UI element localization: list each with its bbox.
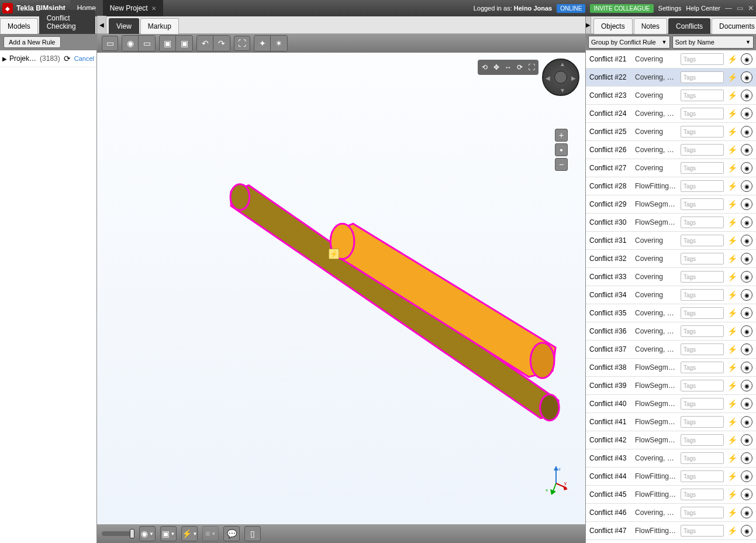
expand-icon[interactable]: ▶: [2, 56, 7, 62]
tags-input[interactable]: Tags: [681, 289, 724, 301]
bolt-icon[interactable]: ⚡: [727, 73, 737, 82]
conflict-row[interactable]: Conflict #31CoveringTags⚡◉: [586, 232, 756, 250]
conflict-row[interactable]: Conflict #44FlowFitting, FlowS...Tags⚡◉: [586, 468, 756, 486]
comment-button[interactable]: 💬: [223, 526, 240, 541]
tab-notes[interactable]: Notes: [634, 18, 667, 34]
tags-input[interactable]: Tags: [681, 307, 724, 319]
tags-input[interactable]: Tags: [681, 126, 724, 138]
snap-icon[interactable]: ✶: [271, 36, 287, 51]
settings-link[interactable]: Settings: [658, 5, 682, 12]
invite-colleague-button[interactable]: INVITE COLLEAGUE: [590, 4, 653, 13]
tags-input[interactable]: Tags: [681, 398, 724, 410]
view-orbit-icon[interactable]: ◉: [122, 36, 139, 51]
cube-button[interactable]: ▣▼: [160, 526, 177, 541]
tags-input[interactable]: Tags: [681, 362, 724, 373]
tags-input[interactable]: Tags: [681, 198, 724, 210]
sort-by-select[interactable]: Sort by Name ▼: [672, 36, 754, 49]
bolt-icon[interactable]: ⚡: [727, 472, 737, 481]
visibility-toggle-icon[interactable]: ◉: [741, 271, 752, 283]
undo-icon[interactable]: ↶: [197, 36, 213, 51]
collapse-left-icon[interactable]: ◀: [97, 16, 106, 33]
group-by-select[interactable]: Group by Conflict Rule ▼: [588, 36, 670, 49]
conflict-row[interactable]: Conflict #39FlowSegmentTags⚡◉: [586, 377, 756, 395]
help-center-link[interactable]: Help Center: [686, 5, 720, 12]
bolt-icon[interactable]: ⚡: [727, 218, 737, 227]
tags-input[interactable]: Tags: [681, 470, 724, 482]
visibility-toggle-icon[interactable]: ◉: [741, 525, 752, 537]
orbit-left-icon[interactable]: ◀: [546, 75, 550, 81]
bolt-icon[interactable]: ⚡: [727, 435, 737, 445]
visibility-toggle-icon[interactable]: ◉: [741, 380, 752, 391]
tags-input[interactable]: Tags: [681, 325, 724, 337]
measure-icon[interactable]: ✦: [254, 36, 271, 51]
bolt-icon[interactable]: ⚡: [727, 272, 737, 281]
conflict-row[interactable]: Conflict #29FlowSegmentTags⚡◉: [586, 195, 756, 214]
bolt-icon[interactable]: ⚡: [727, 109, 737, 118]
tags-input[interactable]: Tags: [681, 144, 724, 156]
zoom-in-icon[interactable]: +: [555, 129, 568, 142]
window-close-icon[interactable]: ✕: [748, 4, 754, 12]
tags-input[interactable]: Tags: [681, 271, 724, 283]
conflict-row[interactable]: Conflict #37Covering, FlowSeg...Tags⚡◉: [586, 341, 756, 359]
conflict-row[interactable]: Conflict #43Covering, FlowSeg...Tags⚡◉: [586, 449, 756, 468]
viewport-3d[interactable]: ⚡ ⟲ ✥ ↔ ⟳ ⛶ ▲ ▼ ◀ ▶ + ▪ −: [97, 53, 585, 524]
visibility-toggle-icon[interactable]: ◉: [741, 470, 752, 482]
visibility-toggle-icon[interactable]: ◉: [741, 90, 752, 101]
select-rect-icon[interactable]: ▭: [102, 36, 118, 51]
layers-button[interactable]: ≡▼: [202, 526, 219, 541]
bolt-icon[interactable]: ⚡: [727, 290, 737, 300]
bolt-icon[interactable]: ⚡: [727, 490, 737, 499]
zoom-mid-icon[interactable]: ▪: [555, 143, 568, 156]
tab-view[interactable]: View: [109, 18, 139, 34]
bolt-icon[interactable]: ⚡: [727, 54, 737, 64]
conflict-row[interactable]: Conflict #40FlowSegmentTags⚡◉: [586, 395, 756, 413]
conflict-row[interactable]: Conflict #47FlowFitting, FlowS...Tags⚡◉: [586, 522, 756, 540]
bolt-icon[interactable]: ⚡: [727, 345, 737, 354]
visibility-toggle-icon[interactable]: ◉: [741, 289, 752, 301]
conflict-row[interactable]: Conflict #24Covering, FlowFi...Tags⚡◉: [586, 105, 756, 123]
nav-rotate-icon[interactable]: ⟲: [479, 61, 491, 74]
conflict-row[interactable]: Conflict #36Covering, FlowSeg...Tags⚡◉: [586, 322, 756, 341]
bolt-icon[interactable]: ⚡: [727, 91, 737, 100]
tab-project[interactable]: New Project ✕: [103, 0, 163, 16]
visibility-toggle-icon[interactable]: ◉: [741, 398, 752, 410]
bolt-icon[interactable]: ⚡: [727, 163, 737, 173]
transparency-slider[interactable]: [102, 531, 134, 536]
visibility-toggle-icon[interactable]: ◉: [741, 144, 752, 156]
conflict-list[interactable]: Conflict #21CoveringTags⚡◉Conflict #22Co…: [586, 50, 756, 543]
tags-input[interactable]: Tags: [681, 180, 724, 192]
conflict-row[interactable]: Conflict #27CoveringTags⚡◉: [586, 159, 756, 177]
tab-conflicts[interactable]: Conflicts: [668, 18, 710, 34]
conflict-row[interactable]: Conflict #34CoveringTags⚡◉: [586, 286, 756, 304]
visibility-toggle-icon[interactable]: ◉: [741, 198, 752, 210]
visibility-toggle-icon[interactable]: ◉: [741, 253, 752, 264]
visibility-button[interactable]: ◉▼: [139, 526, 156, 541]
orbit-right-icon[interactable]: ▶: [571, 75, 576, 81]
tags-input[interactable]: Tags: [681, 235, 724, 246]
conflict-row[interactable]: Conflict #38FlowSegmentTags⚡◉: [586, 359, 756, 377]
refresh-icon[interactable]: ⟳: [64, 54, 71, 63]
tab-conflict-checking[interactable]: Conflict Checking: [39, 10, 95, 34]
tags-input[interactable]: Tags: [681, 71, 724, 83]
visibility-toggle-icon[interactable]: ◉: [741, 53, 752, 65]
visibility-toggle-icon[interactable]: ◉: [741, 489, 752, 500]
project-row[interactable]: ▶ Projekt XXXX (3183) ⟳ Cancel: [0, 50, 96, 67]
tags-input[interactable]: Tags: [681, 380, 724, 391]
bolt-icon[interactable]: ⚡: [727, 254, 737, 263]
document-button[interactable]: ▯: [244, 526, 261, 541]
view-zoom-extents-icon[interactable]: ▣: [160, 36, 176, 51]
bolt-filter-button[interactable]: ⚡▼: [181, 526, 198, 541]
conflict-row[interactable]: Conflict #42FlowSegmentTags⚡◉: [586, 431, 756, 449]
bolt-icon[interactable]: ⚡: [727, 363, 737, 372]
bolt-icon[interactable]: ⚡: [727, 526, 737, 535]
visibility-toggle-icon[interactable]: ◉: [741, 235, 752, 246]
conflict-row[interactable]: Conflict #41FlowSegmentTags⚡◉: [586, 413, 756, 431]
nav-look-icon[interactable]: ↔: [502, 61, 514, 74]
bolt-icon[interactable]: ⚡: [727, 508, 737, 517]
visibility-toggle-icon[interactable]: ◉: [741, 507, 752, 518]
conflict-row[interactable]: Conflict #28FlowFitting, FlowS...Tags⚡◉: [586, 177, 756, 195]
tags-input[interactable]: Tags: [681, 434, 724, 446]
close-icon[interactable]: ✕: [151, 5, 156, 12]
visibility-toggle-icon[interactable]: ◉: [741, 71, 752, 83]
bolt-icon[interactable]: ⚡: [727, 399, 737, 408]
